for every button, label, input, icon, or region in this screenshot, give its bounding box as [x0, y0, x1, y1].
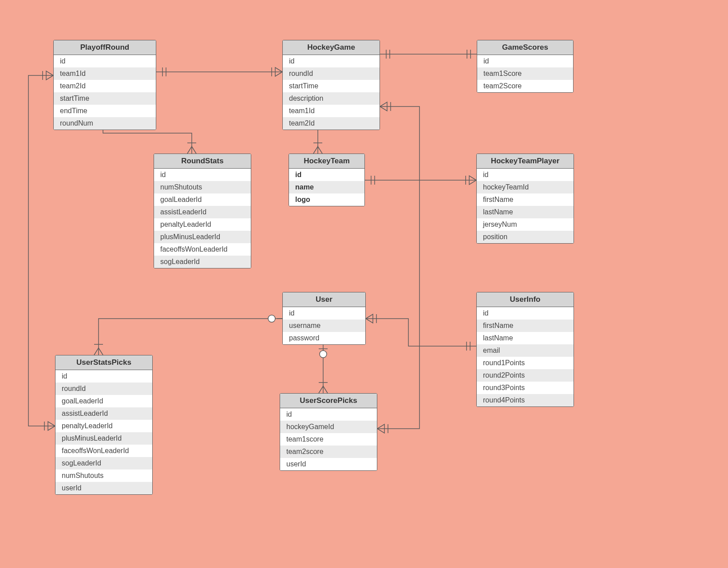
field: team1Id: [283, 105, 380, 117]
field: sogLeaderId: [154, 256, 251, 268]
field: sogLeaderId: [55, 457, 152, 469]
entity-gamescores: GameScores id team1Score team2Score: [477, 40, 574, 93]
field: id: [283, 55, 380, 67]
field: userId: [280, 458, 377, 470]
field: round2Points: [477, 369, 574, 382]
field: id: [283, 307, 365, 320]
field: assistLeaderId: [154, 206, 251, 218]
field: hockeyTeamId: [477, 181, 574, 193]
field: id: [55, 370, 152, 383]
field: id: [280, 408, 377, 421]
field: plusMinusLeaderId: [55, 432, 152, 445]
entity-hockeyteamplayer: HockeyTeamPlayer id hockeyTeamId firstNa…: [476, 154, 574, 244]
field: faceoffsWonLeaderId: [154, 243, 251, 256]
field: penaltyLeaderId: [154, 218, 251, 231]
entity-header: UserStatsPicks: [55, 355, 152, 370]
entity-roundstats: RoundStats id numShutouts goalLeaderId a…: [154, 154, 251, 268]
field: team1Score: [477, 67, 573, 80]
field: round3Points: [477, 382, 574, 394]
field: startTime: [54, 92, 156, 105]
entity-hockeygame: HockeyGame id roundId startTime descript…: [282, 40, 380, 130]
field: plusMinusLeaderId: [154, 231, 251, 243]
field: id: [154, 169, 251, 181]
entity-header: PlayoffRound: [54, 40, 156, 55]
field: faceoffsWonLeaderId: [55, 445, 152, 457]
entity-header: User: [283, 292, 365, 307]
field: round4Points: [477, 394, 574, 406]
entity-userinfo: UserInfo id firstName lastName email rou…: [476, 292, 574, 407]
svg-point-21: [268, 315, 275, 322]
entity-header: RoundStats: [154, 154, 251, 169]
field: penaltyLeaderId: [55, 420, 152, 432]
field: startTime: [283, 80, 380, 92]
field: id: [477, 307, 574, 320]
entity-playoffround: PlayoffRound id team1Id team2Id startTim…: [53, 40, 156, 130]
field: team1Id: [54, 67, 156, 80]
field: name: [289, 181, 364, 193]
field: numShutouts: [55, 469, 152, 482]
entity-userstatspicks: UserStatsPicks id roundId goalLeaderId a…: [55, 355, 153, 495]
field: team2Score: [477, 80, 573, 92]
svg-point-24: [320, 351, 327, 358]
field: username: [283, 320, 365, 332]
field: numShutouts: [154, 181, 251, 193]
field: id: [289, 169, 364, 181]
field: logo: [289, 193, 364, 206]
field: goalLeaderId: [154, 193, 251, 206]
field: hockeyGameId: [280, 421, 377, 433]
field: lastName: [477, 332, 574, 344]
field: id: [54, 55, 156, 67]
field: team1score: [280, 433, 377, 446]
field: lastName: [477, 206, 574, 218]
field: firstName: [477, 320, 574, 332]
entity-user: User id username password: [282, 292, 366, 345]
field: team2Id: [283, 117, 380, 130]
entity-header: UserInfo: [477, 292, 574, 307]
field: goalLeaderId: [55, 395, 152, 407]
field: description: [283, 92, 380, 105]
field: position: [477, 231, 574, 243]
field: assistLeaderId: [55, 407, 152, 420]
entity-header: UserScorePicks: [280, 394, 377, 408]
entity-hockeyteam: HockeyTeam id name logo: [289, 154, 365, 206]
entity-header: HockeyTeam: [289, 154, 364, 169]
field: jerseyNum: [477, 218, 574, 231]
entity-header: HockeyGame: [283, 40, 380, 55]
entity-userscorepicks: UserScorePicks id hockeyGameId team1scor…: [280, 393, 377, 471]
field: roundId: [283, 67, 380, 80]
field: round1Points: [477, 357, 574, 369]
field: userId: [55, 482, 152, 494]
field: id: [477, 169, 574, 181]
field: team2Id: [54, 80, 156, 92]
field: roundId: [55, 383, 152, 395]
field: firstName: [477, 193, 574, 206]
field: team2score: [280, 446, 377, 458]
field: roundNum: [54, 117, 156, 130]
field: id: [477, 55, 573, 67]
field: password: [283, 332, 365, 344]
field: email: [477, 344, 574, 357]
entity-header: GameScores: [477, 40, 573, 55]
field: endTime: [54, 105, 156, 117]
entity-header: HockeyTeamPlayer: [477, 154, 574, 169]
